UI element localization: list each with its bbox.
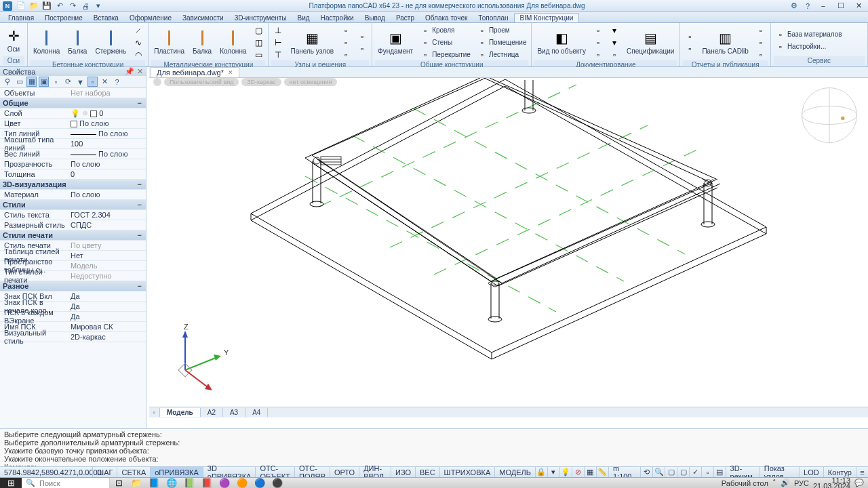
ribbon-button[interactable]: Пластина bbox=[151, 28, 187, 56]
tab-Вид[interactable]: Вид bbox=[292, 14, 315, 22]
node-panel-button[interactable]: ▦Панель узлов bbox=[288, 28, 336, 56]
tool-icon[interactable]: ▣ bbox=[39, 77, 49, 87]
model-tab-menu[interactable]: ▫ bbox=[149, 408, 160, 417]
tool-icon[interactable]: ▼ bbox=[75, 77, 85, 87]
view-cube[interactable] bbox=[799, 85, 860, 146]
app-icon[interactable]: 🟠 bbox=[233, 478, 251, 488]
close-button[interactable]: ✕ bbox=[850, 1, 867, 12]
close-icon[interactable]: ✕ bbox=[137, 67, 143, 76]
ribbon-small-button[interactable]: ▫ bbox=[683, 30, 696, 42]
tab-Оформление[interactable]: Оформление bbox=[124, 14, 177, 22]
tool-icon[interactable]: ⟳ bbox=[63, 77, 73, 87]
status-icon[interactable]: ▢ bbox=[665, 467, 677, 477]
status-toggle[interactable]: оПРИВЯЗКА bbox=[150, 467, 203, 477]
tool-icon[interactable]: ▫ bbox=[87, 77, 98, 87]
tab-BIM Конструкции[interactable]: BIM Конструкции bbox=[514, 13, 580, 22]
ribbon-small-button[interactable]: ▫Лестница bbox=[475, 49, 529, 60]
tool-icon[interactable]: ▫ bbox=[51, 77, 61, 87]
status-toggle[interactable]: 3D-режим bbox=[726, 467, 760, 477]
model-tab[interactable]: A4 bbox=[245, 408, 268, 417]
prop-row[interactable]: Толщина0 bbox=[0, 169, 146, 180]
ribbon-small-button[interactable]: ▫Стены bbox=[418, 37, 473, 48]
qat-more-icon[interactable]: ▾ bbox=[94, 1, 103, 11]
ribbon-small-button[interactable]: ▫ bbox=[754, 37, 768, 48]
ribbon-small-button[interactable]: ▫ bbox=[591, 49, 605, 60]
app-icon[interactable]: 📘 bbox=[145, 478, 163, 488]
ribbon-small-button[interactable]: ▫ bbox=[591, 37, 605, 48]
maximize-button[interactable]: ☐ bbox=[833, 1, 849, 12]
app-icon[interactable]: ⚫ bbox=[269, 478, 286, 488]
model-space-button[interactable]: МОДЕЛЬ bbox=[494, 467, 535, 477]
status-icon[interactable]: 💡 bbox=[559, 467, 572, 477]
ribbon-small-button[interactable]: ▾ bbox=[608, 37, 621, 48]
search-box[interactable]: 🔍Поиск bbox=[22, 478, 110, 488]
status-icon[interactable]: ▤ bbox=[713, 467, 726, 477]
ribbon-small-button[interactable]: ▫ bbox=[355, 30, 369, 42]
tab-Вставка[interactable]: Вставка bbox=[88, 14, 124, 22]
clock[interactable]: 11:1321.03.2024 bbox=[813, 478, 850, 489]
ribbon-small-button[interactable]: ▢ bbox=[252, 24, 265, 36]
lock-icon[interactable]: 🔒 bbox=[535, 467, 547, 477]
status-icon[interactable]: ▢ bbox=[677, 467, 689, 477]
status-toggle[interactable]: ИЗО bbox=[391, 467, 415, 477]
ribbon-small-button[interactable]: ▫Настройки... bbox=[774, 41, 844, 52]
scale-display[interactable]: m 1:100 bbox=[608, 467, 640, 477]
prop-row[interactable]: Визуальный стиль2D-каркас bbox=[0, 332, 146, 342]
status-toggle[interactable]: ОТС-ОБЪЕКТ bbox=[255, 467, 294, 477]
minimize-button[interactable]: − bbox=[815, 1, 831, 12]
viewport[interactable]: Пользовательский вид 3D-каркас нет освещ… bbox=[149, 78, 868, 418]
app-icon[interactable]: 📕 bbox=[198, 478, 216, 488]
prop-row[interactable]: Вес линий По слою bbox=[0, 149, 146, 159]
tool-icon[interactable]: ✕ bbox=[100, 77, 110, 87]
tab-Вывод[interactable]: Вывод bbox=[359, 14, 391, 22]
tab-Растр[interactable]: Растр bbox=[391, 14, 420, 22]
tab-3D-инструменты[interactable]: 3D-инструменты bbox=[229, 14, 292, 22]
help-icon[interactable]: ? bbox=[112, 77, 122, 87]
document-tab[interactable]: Для вебинара.dwg*✕ bbox=[151, 67, 239, 77]
ribbon-button[interactable]: Балка bbox=[190, 28, 214, 56]
status-icon[interactable]: ▫ bbox=[701, 467, 713, 477]
ribbon-small-button[interactable]: ▫ bbox=[339, 49, 353, 60]
ribbon-small-button[interactable]: ⊥ bbox=[271, 24, 285, 36]
model-tab[interactable]: A3 bbox=[223, 408, 245, 417]
status-toggle[interactable]: ОТС-ПОЛЯР bbox=[294, 467, 330, 477]
tab-Облака точек[interactable]: Облака точек bbox=[420, 14, 473, 22]
status-toggle[interactable]: ОРТО bbox=[330, 467, 359, 477]
language-indicator[interactable]: РУС bbox=[794, 479, 809, 487]
prop-row[interactable]: Слой💡 ❄ 0 bbox=[0, 108, 146, 119]
ribbon-small-button[interactable]: ▫ bbox=[355, 43, 369, 54]
start-button[interactable]: ⊞ bbox=[0, 478, 22, 488]
status-toggle[interactable]: ВЕС bbox=[415, 467, 439, 477]
tab-Построение[interactable]: Построение bbox=[39, 14, 88, 22]
ribbon-small-button[interactable]: ▫База материалов bbox=[774, 28, 844, 40]
status-toggle[interactable]: LOD bbox=[799, 467, 823, 477]
prop-group-header[interactable]: Разное− bbox=[0, 281, 146, 291]
ribbon-small-button[interactable]: ▫ bbox=[754, 49, 768, 60]
axes-button[interactable]: ✛Оси bbox=[3, 26, 24, 54]
ribbon-small-button[interactable]: ⟋ bbox=[132, 24, 145, 36]
objects-value[interactable]: Нет набора bbox=[68, 89, 146, 97]
ribbon-button[interactable]: Балка bbox=[65, 28, 90, 56]
view-pill[interactable] bbox=[153, 78, 161, 86]
ribbon-small-button[interactable]: ▫Перекрытие bbox=[418, 49, 473, 60]
app-icon[interactable]: 🔵 bbox=[251, 478, 269, 488]
ribbon-small-button[interactable]: ▫Проем bbox=[475, 24, 529, 36]
ribbon-small-button[interactable]: ▭ bbox=[252, 49, 265, 60]
status-icon[interactable]: ▾ bbox=[547, 467, 559, 477]
save-icon[interactable]: 💾 bbox=[42, 1, 52, 11]
close-tab-icon[interactable]: ✕ bbox=[228, 69, 233, 76]
view-pill[interactable]: 3D-каркас bbox=[241, 78, 281, 86]
view-pill[interactable]: Пользовательский вид bbox=[164, 78, 239, 86]
foundation-button[interactable]: ▣Фундамент bbox=[375, 28, 416, 56]
command-line[interactable]: Выберите следующий арматурный стержень:В… bbox=[0, 428, 868, 466]
zoom-icon[interactable]: 🔍 bbox=[652, 467, 665, 477]
model-tab[interactable]: A2 bbox=[201, 408, 223, 417]
new-icon[interactable]: 📄 bbox=[16, 1, 26, 11]
tray-icon[interactable]: 🔊 bbox=[781, 479, 790, 487]
tray-chevron-icon[interactable]: ˄ bbox=[772, 479, 776, 487]
ribbon-small-button[interactable]: ◫ bbox=[252, 37, 265, 48]
ribbon-small-button[interactable]: ▫ bbox=[608, 49, 621, 60]
status-toggle[interactable]: 3D оПРИВЯЗКА bbox=[203, 467, 256, 477]
status-icon[interactable]: ▦ bbox=[584, 467, 596, 477]
ribbon-small-button[interactable]: ▾ bbox=[608, 24, 621, 36]
